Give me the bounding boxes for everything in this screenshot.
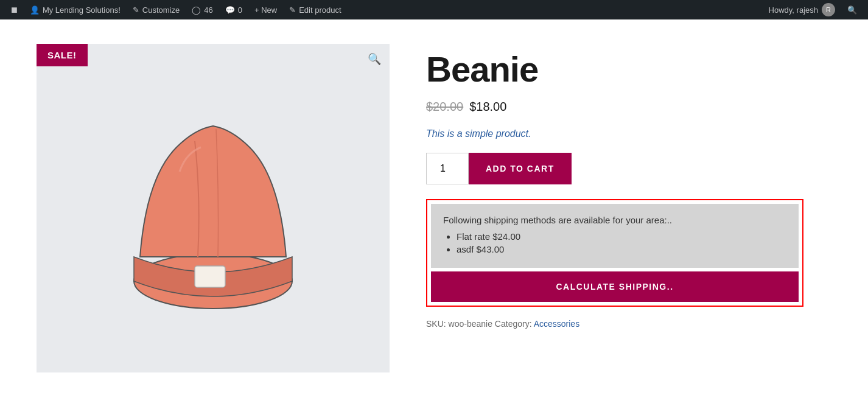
sale-price: $18.00 — [469, 100, 506, 114]
comment-item[interactable]: 💬 0 — [219, 0, 248, 19]
site-name-item[interactable]: 👤 My Lending Solutions! — [24, 0, 127, 19]
howdy-item[interactable]: Howdy, rajesh R — [763, 0, 841, 19]
shipping-info: Following shipping methods are available… — [431, 204, 799, 268]
new-item[interactable]: + New — [248, 0, 283, 19]
search-bar-icon[interactable]: 🔍 — [841, 0, 863, 19]
circle-icon: ◯ — [192, 5, 201, 15]
edit-label: Edit product — [299, 5, 341, 15]
howdy-text: Howdy, rajesh — [769, 5, 818, 15]
circle-count: 46 — [204, 5, 212, 15]
site-name-icon: 👤 — [30, 5, 40, 15]
zoom-icon[interactable]: 🔍 — [368, 52, 381, 66]
search-icon: 🔍 — [847, 5, 857, 15]
wp-logo-item[interactable]: ■ — [5, 0, 24, 19]
category-label: Category: — [495, 319, 532, 329]
svg-rect-1 — [195, 266, 225, 287]
comment-count: 0 — [238, 5, 242, 15]
shipping-option-2: asdf $43.00 — [457, 244, 786, 254]
sku-value: woo-beanie — [449, 319, 492, 329]
product-meta: SKU: woo-beanie Category: Accessories — [426, 319, 831, 329]
shipping-option-1: Flat rate $24.00 — [457, 231, 786, 242]
category-link[interactable]: Accessories — [534, 319, 579, 329]
product-info: Beanie $20.00 $18.00 This is a simple pr… — [426, 44, 831, 372]
site-name-label: My Lending Solutions! — [43, 5, 121, 15]
comment-icon: 💬 — [225, 5, 235, 15]
product-image-container: SALE! 🔍 — [37, 44, 390, 372]
admin-bar-right: Howdy, rajesh R 🔍 — [763, 0, 863, 19]
admin-bar: ■ 👤 My Lending Solutions! ✎ Customize ◯ … — [0, 0, 868, 19]
customize-item[interactable]: ✎ Customize — [127, 0, 186, 19]
quantity-input[interactable] — [426, 153, 469, 184]
add-to-cart-button[interactable]: ADD TO CART — [469, 153, 572, 184]
shipping-box: Following shipping methods are available… — [426, 199, 803, 307]
calculate-shipping-button[interactable]: CALCULATE SHIPPING.. — [431, 271, 799, 302]
new-label: + New — [254, 5, 277, 15]
cart-row: ADD TO CART — [426, 153, 831, 184]
price-row: $20.00 $18.00 — [426, 100, 831, 114]
shipping-options-list: Flat rate $24.00 asdf $43.00 — [443, 231, 786, 254]
product-title: Beanie — [426, 50, 831, 89]
product-description: This is a simple product. — [426, 128, 831, 139]
product-image — [116, 93, 310, 324]
edit-product-item[interactable]: ✎ Edit product — [283, 0, 347, 19]
shipping-header: Following shipping methods are available… — [443, 215, 786, 225]
original-price: $20.00 — [426, 100, 463, 114]
edit-icon: ✎ — [289, 5, 296, 15]
wp-icon: ■ — [11, 4, 18, 16]
product-page: SALE! 🔍 Beanie $20.00 $18.00 This is a s… — [0, 19, 868, 397]
circle-count-item[interactable]: ◯ 46 — [186, 0, 219, 19]
sale-badge: SALE! — [37, 44, 88, 66]
customize-label: Customize — [142, 5, 180, 15]
avatar: R — [822, 3, 835, 16]
customize-icon: ✎ — [133, 5, 139, 15]
sku-label: SKU: — [426, 319, 446, 329]
